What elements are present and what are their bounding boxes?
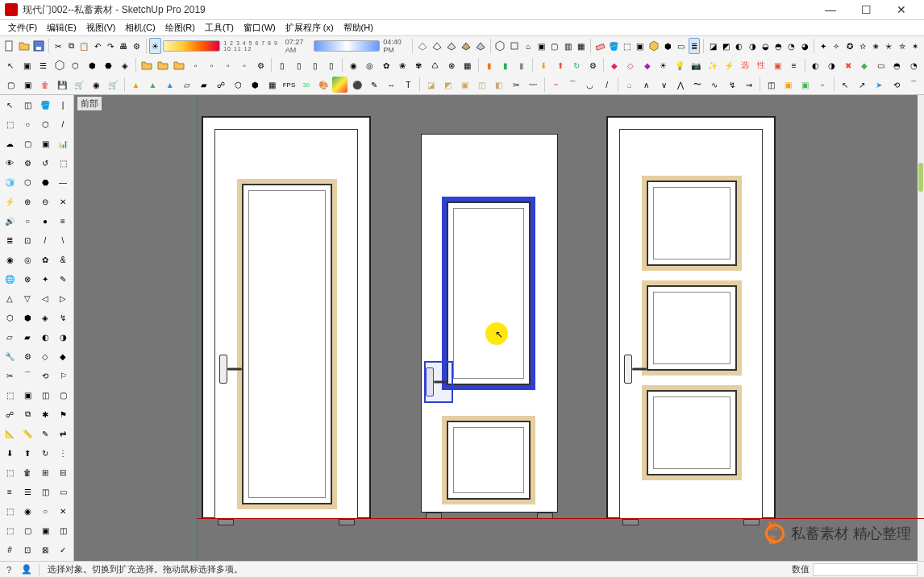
plugin-d-button[interactable]: ◑ [747, 38, 758, 54]
left-tool-50[interactable]: ◐ [37, 329, 53, 345]
r3-solid-g[interactable]: 〰 [526, 77, 541, 93]
3dwarehouse-button[interactable] [647, 38, 660, 54]
left-tool-23[interactable]: ✕ [55, 193, 71, 210]
paint-bucket-button[interactable]: 🪣 [608, 38, 619, 54]
r3-solid-d[interactable]: ◫ [474, 77, 489, 93]
plugin-g-button[interactable]: ◔ [786, 38, 797, 54]
open-file-button[interactable] [18, 38, 31, 54]
r3-arrow-b[interactable]: ↗ [855, 77, 870, 93]
menu-item-3[interactable]: 相机(C) [120, 20, 160, 35]
status-user-icon[interactable]: 👤 [19, 562, 34, 577]
r3-box-a[interactable]: ◫ [764, 77, 779, 93]
group-button[interactable]: ▣ [635, 38, 646, 54]
gem-b-button[interactable]: ◇ [623, 57, 638, 73]
shaded-texture-button[interactable] [460, 38, 472, 54]
left-tool-1[interactable]: ◫ [19, 97, 35, 113]
menu-item-8[interactable]: 帮助(H) [339, 20, 378, 35]
r3-h[interactable]: ▲ [128, 77, 144, 93]
r3-a[interactable]: ▢ [3, 77, 19, 93]
select-tool-button[interactable]: ↖ [3, 57, 18, 73]
left-tool-22[interactable]: ⊖ [37, 193, 53, 210]
date-gradient[interactable] [163, 40, 220, 52]
left-tool-32[interactable]: ◉ [2, 251, 18, 268]
menu-item-7[interactable]: 扩展程序 (x) [281, 20, 339, 35]
left-tool-53[interactable]: ⚙ [19, 348, 35, 364]
left-tool-91[interactable]: ◫ [55, 522, 71, 538]
left-tool-62[interactable]: ◫ [37, 387, 53, 403]
iso-view-button[interactable] [493, 38, 506, 54]
scene-b-button[interactable]: ◎ [362, 57, 377, 73]
left-tool-70[interactable]: ✎ [37, 425, 53, 442]
menu-item-2[interactable]: 视图(V) [81, 20, 121, 35]
r3-i[interactable]: ▲ [145, 77, 160, 93]
left-tool-86[interactable]: ○ [37, 503, 53, 519]
file-b-button[interactable]: ▫ [205, 57, 219, 73]
plugin2-d[interactable]: ◆ [857, 57, 872, 73]
paste-button[interactable]: 📋 [78, 38, 89, 54]
render-a-button[interactable]: ✨ [705, 57, 719, 73]
new-file-button[interactable] [3, 38, 16, 54]
left-tool-29[interactable]: ⊡ [19, 232, 35, 248]
door-model-1[interactable] [202, 116, 371, 519]
r3-36[interactable]: 36 [298, 77, 314, 93]
extension-warehouse-button[interactable]: ⬢ [662, 38, 673, 54]
folder-b-button[interactable] [156, 57, 170, 73]
left-tool-25[interactable]: ○ [19, 213, 35, 229]
r3-text[interactable]: T [401, 77, 416, 93]
left-tool-3[interactable]: | [55, 97, 71, 113]
ch-b-button[interactable]: 性 [754, 57, 768, 73]
left-tool-82[interactable]: ◫ [37, 484, 53, 500]
left-tool-34[interactable]: ✿ [37, 251, 53, 268]
material-b-button[interactable]: ▮ [498, 57, 513, 73]
left-tool-69[interactable]: 📏 [19, 425, 35, 442]
r3-solid-e[interactable]: ◧ [491, 77, 506, 93]
r3-roof-d[interactable]: ⋀ [673, 77, 689, 93]
solid-tool-e[interactable]: ◈ [118, 57, 132, 73]
shadow-date-slider[interactable]: 1 2 3 4 5 6 7 8 9 10 11 12 [163, 40, 284, 52]
r3-solid-c[interactable]: ▣ [457, 77, 472, 93]
gem-c-button[interactable]: ◆ [640, 57, 655, 73]
left-tool-71[interactable]: ⇄ [55, 425, 71, 442]
r3-roof-a[interactable]: ⌂ [622, 77, 637, 93]
copy-button[interactable]: ⧉ [65, 38, 77, 54]
maximize-button[interactable]: ☐ [848, 0, 884, 19]
file-a-button[interactable]: ▫ [188, 57, 202, 73]
material-c-button[interactable]: ▮ [514, 57, 529, 73]
file-c-button[interactable]: ▫ [221, 57, 235, 73]
front-view-button[interactable]: ⌂ [522, 38, 534, 54]
left-tool-6[interactable]: ⬡ [37, 116, 53, 132]
left-tool-39[interactable]: ✎ [55, 271, 71, 287]
r3-b[interactable]: ▣ [20, 77, 35, 93]
left-tool-43[interactable]: ▷ [55, 290, 71, 306]
r3-box-b[interactable]: ▣ [780, 77, 796, 93]
left-tool-4[interactable]: ⬚ [2, 116, 18, 132]
left-tool-37[interactable]: ⊗ [19, 271, 35, 287]
plugin2-a[interactable]: ◐ [809, 57, 823, 73]
door-model-2[interactable] [421, 134, 558, 513]
r3-solid-a[interactable]: ◪ [423, 77, 439, 93]
r3-box-d[interactable]: ▫ [815, 77, 830, 93]
left-tool-49[interactable]: ▰ [19, 329, 35, 345]
top-view-button[interactable] [508, 38, 521, 54]
left-tool-64[interactable]: ☍ [2, 406, 18, 422]
redo-button[interactable]: ↷ [105, 38, 116, 54]
import-c-button[interactable]: ↻ [569, 57, 584, 73]
cut-button[interactable]: ✂ [52, 38, 64, 54]
r3-solid-b[interactable]: ◩ [440, 77, 456, 93]
r3-arrow-c[interactable]: ➤ [872, 77, 887, 93]
plugin-n-button[interactable]: ✭ [883, 38, 894, 54]
plugin-e-button[interactable]: ◒ [760, 38, 771, 54]
scene-c-button[interactable]: ✿ [379, 57, 393, 73]
plugin-c-button[interactable]: ◐ [734, 38, 745, 54]
left-tool-60[interactable]: ⬚ [2, 387, 18, 403]
left-tool-63[interactable]: ▢ [55, 387, 71, 403]
left-tool-56[interactable]: ✂ [2, 367, 18, 384]
plugin-f-button[interactable]: ◓ [773, 38, 785, 54]
status-help-icon[interactable]: ? [2, 562, 16, 577]
ch-a-button[interactable]: 选 [738, 57, 752, 73]
left-tool-78[interactable]: ⊞ [37, 464, 53, 480]
plugin-k-button[interactable]: ✪ [844, 38, 855, 54]
save-button[interactable] [32, 38, 45, 54]
left-tool-77[interactable]: 🗑 [19, 464, 35, 480]
r3-wave-d[interactable]: ⇝ [741, 77, 756, 93]
